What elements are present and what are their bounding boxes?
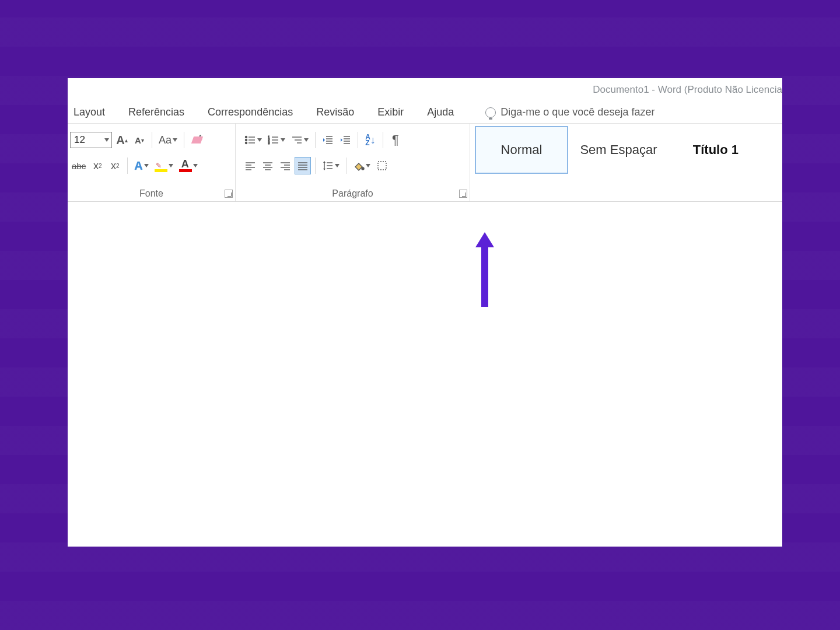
- paragraph-dialog-launcher[interactable]: [459, 190, 467, 198]
- align-left-button[interactable]: [243, 158, 258, 174]
- svg-marker-45: [323, 161, 326, 163]
- separator: [152, 132, 152, 148]
- show-hide-paragraph-button[interactable]: ¶: [388, 132, 403, 148]
- line-spacing-icon: [322, 160, 334, 172]
- indent-icon: [340, 134, 351, 146]
- multilevel-list-icon: [291, 134, 303, 146]
- svg-marker-46: [323, 169, 326, 170]
- align-center-icon: [262, 160, 274, 172]
- bullet-list-icon: [244, 134, 256, 146]
- separator: [315, 158, 316, 174]
- tell-me-placeholder: Diga-me o que você deseja fazer: [501, 106, 654, 118]
- tab-layout[interactable]: Layout: [70, 103, 108, 122]
- document-title: Documento1 - Word (Produto Não Licencia: [593, 84, 782, 96]
- paint-bucket-icon: [353, 160, 365, 172]
- multilevel-list-button[interactable]: [289, 132, 310, 148]
- line-spacing-button[interactable]: [320, 158, 341, 174]
- shading-button[interactable]: [351, 158, 372, 174]
- tab-view[interactable]: Exibir: [374, 103, 407, 122]
- style-heading-1[interactable]: Título 1: [669, 126, 762, 174]
- subscript-button[interactable]: x2: [90, 158, 105, 174]
- shrink-font-button[interactable]: A▾: [132, 132, 147, 148]
- align-center-button[interactable]: [260, 158, 275, 174]
- number-list-icon: 123: [268, 134, 279, 146]
- increase-indent-button[interactable]: [338, 132, 353, 148]
- separator: [127, 158, 128, 174]
- svg-marker-19: [323, 138, 325, 142]
- highlighter-icon: ✎: [155, 159, 167, 172]
- chevron-down-icon: [144, 164, 149, 167]
- superscript-button[interactable]: x2: [107, 158, 123, 174]
- numbering-button[interactable]: 123: [266, 132, 287, 148]
- text-effects-button[interactable]: A: [132, 158, 150, 174]
- svg-point-2: [246, 139, 247, 141]
- tab-mailings[interactable]: Correspondências: [204, 103, 296, 122]
- borders-icon: [376, 160, 388, 172]
- chevron-down-icon: [281, 138, 285, 142]
- ribbon-group-styles: Normal Sem Espaçar Título 1: [470, 124, 782, 201]
- document-canvas[interactable]: [68, 202, 782, 547]
- chevron-down-icon: [366, 164, 370, 167]
- clear-formatting-button[interactable]: A: [189, 132, 205, 148]
- chevron-down-icon: [104, 138, 109, 142]
- chevron-down-icon: [257, 138, 262, 142]
- separator: [346, 158, 346, 174]
- tab-references[interactable]: Referências: [125, 103, 188, 122]
- sort-button[interactable]: A Z↓: [363, 132, 378, 148]
- justify-icon: [297, 160, 309, 172]
- outdent-icon: [322, 134, 334, 146]
- separator: [358, 132, 358, 148]
- align-left-icon: [244, 160, 256, 172]
- align-right-icon: [279, 160, 291, 172]
- eraser-icon: A: [191, 134, 204, 146]
- chevron-down-icon: [173, 138, 177, 142]
- separator: [383, 132, 383, 148]
- font-size-value: 12: [74, 134, 85, 146]
- bullets-button[interactable]: [243, 132, 264, 148]
- borders-button[interactable]: [374, 158, 390, 174]
- sort-icon: A Z: [365, 134, 370, 146]
- chevron-down-icon: [304, 138, 309, 142]
- svg-point-4: [246, 142, 247, 144]
- group-label-font: Fonte: [68, 188, 235, 199]
- lightbulb-icon: [485, 107, 496, 118]
- justify-button[interactable]: [295, 158, 310, 174]
- separator: [184, 132, 184, 148]
- tab-review[interactable]: Revisão: [313, 103, 358, 122]
- chevron-down-icon: [335, 164, 340, 167]
- ribbon-group-font: 12 A▴ A▾ Aa A: [68, 124, 236, 201]
- change-case-button[interactable]: Aa: [157, 132, 179, 148]
- tab-help[interactable]: Ajuda: [424, 103, 457, 122]
- font-color-icon: A: [179, 159, 192, 172]
- ribbon-body: 12 A▴ A▾ Aa A: [68, 124, 782, 202]
- svg-point-0: [246, 136, 247, 138]
- font-size-input[interactable]: 12: [70, 132, 112, 148]
- decrease-indent-button[interactable]: [320, 132, 335, 148]
- svg-rect-48: [378, 162, 386, 170]
- chevron-down-icon: [193, 164, 198, 167]
- ribbon-group-paragraph: 123 A Z↓: [236, 124, 470, 201]
- style-no-spacing[interactable]: Sem Espaçar: [572, 126, 665, 174]
- font-dialog-launcher[interactable]: [225, 190, 233, 198]
- font-color-button[interactable]: A: [177, 158, 200, 174]
- separator: [315, 132, 316, 148]
- tell-me-search[interactable]: Diga-me o que você deseja fazer: [485, 106, 654, 118]
- ribbon-tabs: Layout Referências Correspondências Revi…: [68, 102, 782, 124]
- grow-font-button[interactable]: A▴: [114, 132, 130, 148]
- svg-marker-24: [341, 138, 342, 142]
- title-bar: Documento1 - Word (Produto Não Licencia: [68, 78, 782, 102]
- chevron-down-icon: [169, 164, 173, 167]
- strikethrough-button[interactable]: abc: [70, 158, 88, 174]
- highlight-color-button[interactable]: ✎: [153, 158, 175, 174]
- word-window: Documento1 - Word (Produto Não Licencia …: [68, 78, 782, 547]
- align-right-button[interactable]: [278, 158, 293, 174]
- style-normal[interactable]: Normal: [475, 126, 568, 174]
- group-label-paragraph: Parágrafo: [236, 188, 470, 199]
- pilcrow-icon: ¶: [392, 132, 399, 148]
- svg-text:3: 3: [268, 141, 270, 145]
- svg-point-47: [362, 167, 364, 170]
